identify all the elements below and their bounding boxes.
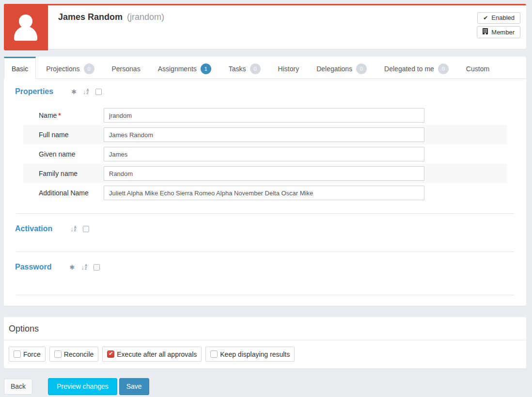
option-reconcile[interactable]: Reconcile [49, 347, 98, 362]
full-name-field[interactable] [104, 127, 424, 142]
tab-tasks[interactable]: Tasks0 [221, 57, 268, 79]
object-details-panel: Basic Projections0 Personas Assignments1… [4, 57, 526, 306]
status-badges: ✔ Enabled Member [477, 12, 520, 38]
tab-history[interactable]: History [271, 57, 307, 79]
checkbox-unchecked-icon[interactable] [14, 350, 21, 358]
tab-projections[interactable]: Projections0 [39, 57, 101, 79]
user-avatar-icon [4, 4, 48, 50]
given-name-field[interactable] [104, 147, 424, 161]
sort-alpha-icon[interactable]: ↓AZ [83, 88, 89, 95]
form-row-name: Name* [23, 106, 507, 125]
tab-delegations[interactable]: Delegations0 [309, 57, 374, 79]
section-password-title: Password [15, 262, 52, 272]
tab-content-basic: Properties ✱ ↓AZ Name* Full name Given [4, 79, 526, 306]
footer-actions: Back Preview changes Save [4, 378, 526, 395]
family-name-field[interactable] [104, 166, 424, 181]
user-login-name: (jrandom) [127, 12, 164, 22]
tab-assignments-count: 1 [201, 64, 211, 74]
form-row-given-name: Given name [23, 144, 507, 164]
required-mark: * [58, 111, 61, 119]
checkbox-checked-icon[interactable] [107, 350, 114, 358]
tab-custom[interactable]: Custom [459, 57, 497, 79]
tab-assignments[interactable]: Assignments1 [151, 57, 219, 79]
options-title: Options [4, 317, 526, 340]
user-display-name: James Random [58, 12, 123, 22]
section-password-header: Password ✱ ↓AZ [11, 262, 519, 272]
sort-alpha-icon[interactable]: ↓AZ [70, 225, 77, 233]
status-badge-enabled: ✔ Enabled [477, 12, 520, 24]
tab-delegated-to-me[interactable]: Delegated to me0 [377, 57, 456, 79]
properties-form: Name* Full name Given name Family name A… [23, 106, 507, 203]
tab-delegations-count: 0 [356, 64, 367, 74]
checkbox-unchecked-icon[interactable] [54, 350, 62, 358]
section-activation-header: Activation ↓AZ [11, 223, 519, 234]
section-properties-header: Properties ✱ ↓AZ [11, 86, 519, 97]
user-summary-panel: James Random (jrandom) ✔ Enabled Member [4, 4, 526, 49]
save-button[interactable]: Save [119, 378, 149, 395]
show-empty-fields-icon[interactable]: ✱ [70, 264, 75, 271]
name-field[interactable] [104, 108, 424, 123]
section-properties-title: Properties [15, 86, 53, 97]
section-activation-title: Activation [15, 223, 52, 234]
section-password-checkbox[interactable] [94, 264, 100, 270]
preview-changes-button[interactable]: Preview changes [48, 378, 117, 395]
tab-projections-count: 0 [84, 64, 94, 74]
tabbar: Basic Projections0 Personas Assignments1… [4, 57, 526, 79]
page-title: James Random (jrandom) [58, 12, 164, 38]
option-keep-displaying-results[interactable]: Keep displaying results [205, 347, 295, 362]
section-properties-checkbox[interactable] [95, 89, 102, 95]
form-row-family-name: Family name [23, 164, 507, 183]
option-execute-after-all-approvals[interactable]: Execute after all approvals [102, 347, 202, 362]
divider [16, 252, 514, 252]
building-icon [483, 28, 488, 36]
additional-name-field[interactable] [104, 186, 424, 200]
option-force[interactable]: Force [9, 347, 46, 362]
options-panel: Options Force Reconcile Execute after al… [4, 317, 526, 368]
page: James Random (jrandom) ✔ Enabled Member … [0, 0, 532, 395]
section-activation-checkbox[interactable] [83, 226, 89, 232]
back-button[interactable]: Back [4, 379, 32, 395]
sort-alpha-icon[interactable]: ↓AZ [81, 264, 88, 271]
divider [16, 295, 514, 295]
divider [16, 213, 514, 214]
tab-basic[interactable]: Basic [4, 57, 36, 79]
tab-personas[interactable]: Personas [105, 57, 148, 79]
form-row-full-name: Full name [23, 125, 507, 144]
tab-tasks-count: 0 [250, 64, 261, 74]
show-empty-fields-icon[interactable]: ✱ [71, 88, 77, 95]
status-badge-member: Member [477, 26, 520, 38]
tab-delegated-to-me-count: 0 [438, 64, 449, 74]
form-row-additional-name: Additional Name [23, 183, 507, 203]
checkbox-unchecked-icon[interactable] [210, 350, 218, 358]
check-icon: ✔ [483, 14, 488, 22]
